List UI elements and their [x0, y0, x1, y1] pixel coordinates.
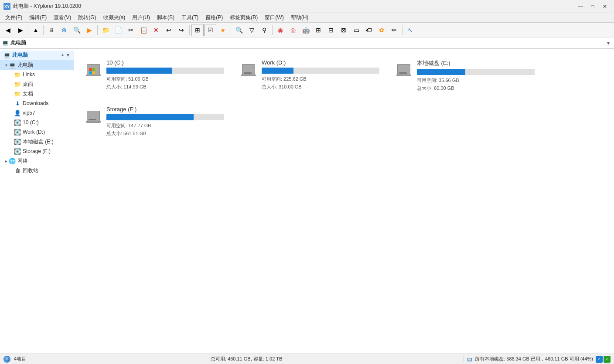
copy-button[interactable]: 📋 — [137, 24, 150, 36]
drive-card-e[interactable]: 本地磁盘 (E:) 可用空间: 35.66 GB 总大小: 60.00 GB — [392, 56, 540, 95]
android-button[interactable]: 🤖 — [300, 24, 312, 36]
redo-button[interactable]: ↪ — [175, 24, 188, 36]
item-icon-documents: 📁 — [14, 90, 21, 97]
sidebar-label-this-pc: 此电脑 — [17, 61, 33, 69]
sidebar-item-drive-e[interactable]: 💽 本地磁盘 (E:) — [0, 137, 74, 146]
menu-window[interactable]: 窗口(W) — [261, 13, 287, 22]
grid-button[interactable]: ⊞ — [312, 24, 324, 36]
back-button[interactable]: ◀ — [2, 24, 14, 36]
menu-help[interactable]: 帮助(H) — [287, 13, 312, 22]
sync-button[interactable]: ⊞ — [191, 24, 204, 36]
forward-button[interactable]: ▶ — [14, 24, 27, 36]
search2-button[interactable]: 🔍 — [233, 24, 245, 36]
delete-button[interactable]: ✕ — [150, 24, 162, 36]
brush-button[interactable]: ✏ — [388, 24, 400, 36]
sidebar-item-this-pc[interactable]: ▾ 💻 此电脑 — [0, 60, 74, 70]
maximize-button[interactable]: □ — [587, 2, 598, 11]
drive-free-f: 可用空间: 147.77 GB — [106, 122, 226, 130]
sidebar-item-documents[interactable]: 📁 文档 — [0, 89, 74, 99]
menu-file[interactable]: 文件(F) — [2, 13, 26, 22]
play-button[interactable]: ▶ — [83, 24, 96, 36]
color-button[interactable]: ✿ — [375, 24, 388, 36]
home-button[interactable]: ⊕ — [58, 24, 70, 36]
menu-tabset[interactable]: 标签页集(B) — [226, 13, 261, 22]
address-dropdown[interactable]: ▾ — [604, 39, 612, 47]
sidebar-label-drive-d: Work (D:) — [23, 129, 45, 135]
filter-button[interactable]: ▽ — [246, 24, 258, 36]
sidebar-more-button[interactable]: ▾ — [66, 52, 70, 58]
content-area: 10 (C:) 可用空间: 51.06 GB 总大小: 114.93 GB — [74, 49, 614, 354]
menu-tools[interactable]: 工具(T) — [178, 13, 202, 22]
drive-bar-f — [106, 114, 194, 120]
target-button[interactable]: ◎ — [287, 24, 299, 36]
menu-favorites[interactable]: 收藏夹(a) — [100, 13, 129, 22]
app-icon: XY — [3, 3, 10, 10]
title-bar: XY 此电脑 - XYplorer 19.10.0200 — □ ✕ — [0, 0, 614, 13]
tag-button[interactable]: 🏷 — [363, 24, 375, 36]
sidebar-item-desktop[interactable]: 📁 桌面 — [0, 79, 74, 89]
drive-icon-d — [240, 59, 257, 77]
expand-icon-this-pc: ▾ — [3, 63, 9, 68]
address-pc-icon: 💻 — [2, 40, 9, 46]
drive-name-f: Storage (F:) — [106, 106, 226, 112]
drive-icon-e — [395, 59, 413, 77]
sidebar-label-drive-f: Storage (F:) — [23, 148, 51, 154]
menu-view[interactable]: 查看(V) — [50, 13, 75, 22]
table-button[interactable]: ⊟ — [325, 24, 337, 36]
drive-info-c: 10 (C:) 可用空间: 51.06 GB 总大小: 114.93 GB — [106, 59, 226, 91]
pie-button[interactable]: ◉ — [274, 24, 287, 36]
sep6 — [272, 25, 273, 35]
minimize-button[interactable]: — — [575, 2, 586, 11]
sidebar-item-downloads[interactable]: ⬇ Downloads — [0, 99, 74, 108]
menu-script[interactable]: 脚本(S) — [154, 13, 178, 22]
sidebar-item-network[interactable]: ▸ 🌐 网络 — [0, 156, 74, 166]
status-right: 🖴 所有本地磁盘: 586.34 GB 已用，460.11 GB 可用 (44%… — [467, 356, 611, 363]
drive-card-c[interactable]: 10 (C:) 可用空间: 51.06 GB 总大小: 114.93 GB — [81, 56, 229, 95]
check-button[interactable]: ☑ — [204, 24, 216, 36]
close-button[interactable]: ✕ — [599, 2, 611, 11]
menu-edit[interactable]: 编辑(E) — [26, 13, 50, 22]
cut-button[interactable]: ✂ — [125, 24, 137, 36]
search-button[interactable]: 🔍 — [71, 24, 83, 36]
columns-button[interactable]: ⊠ — [338, 24, 350, 36]
file-group: 📁 📄 ✂ 📋 ✕ ↩ ↪ — [99, 24, 188, 36]
drive-name-e: 本地磁盘 (E:) — [417, 59, 536, 67]
sidebar-add-button[interactable]: + — [61, 52, 65, 58]
sidebar-label-drive-e: 本地磁盘 (E:) — [23, 138, 54, 146]
address-text[interactable]: 此电脑 — [10, 39, 26, 47]
sidebar-item-recycle[interactable]: 🗑 回收站 — [0, 166, 74, 175]
sidebar-item-drive-d[interactable]: 💽 Work (D:) — [0, 127, 74, 137]
monitor-button[interactable]: 🖥 — [45, 24, 58, 36]
panel-button[interactable]: ▭ — [350, 24, 362, 36]
drive-card-f[interactable]: Storage (F:) 可用空间: 147.77 GB 总大小: 561.51… — [81, 102, 229, 141]
undo-button[interactable]: ↩ — [163, 24, 175, 36]
title-bar-controls: — □ ✕ — [575, 2, 611, 11]
menu-navigate[interactable]: 跳转(G) — [75, 13, 99, 22]
drive-card-d[interactable]: Work (D:) 可用空间: 225.62 GB 总大小: 310.00 GB — [236, 56, 385, 95]
status-total-free: 总可用: 460.11 GB, 容量: 1.02 TB — [211, 356, 282, 361]
status-hdd-summary: 所有本地磁盘: 586.34 GB 已用，460.11 GB 可用 (44%) — [475, 356, 593, 362]
status-ok-blue: ✓ — [596, 356, 603, 363]
sidebar-item-vip57[interactable]: 👤 vip57 — [0, 108, 74, 118]
star-button[interactable]: ★ — [217, 24, 229, 36]
item-icon-desktop: 📁 — [14, 81, 21, 88]
drive-bar-container-f — [106, 114, 224, 120]
item-icon-recycle: 🗑 — [14, 167, 21, 174]
sidebar-item-drive-f[interactable]: 💽 Storage (F:) — [0, 146, 74, 156]
drive-total-f: 总大小: 561.51 GB — [106, 130, 226, 138]
sep2 — [43, 25, 44, 35]
app-title: 此电脑 - XYplorer 19.10.0200 — [13, 3, 81, 10]
menu-user[interactable]: 用户(U) — [129, 13, 154, 22]
cursor-button[interactable]: ↖ — [404, 24, 416, 36]
up-button[interactable]: ▲ — [30, 24, 42, 36]
sidebar-label-network: 网络 — [17, 157, 28, 165]
filter2-button[interactable]: ⚲ — [258, 24, 270, 36]
sidebar-item-links[interactable]: 📁 Links — [0, 70, 74, 79]
menu-pane[interactable]: 窗格(P) — [202, 13, 226, 22]
sidebar-item-drive-c[interactable]: 💽 10 (C:) — [0, 118, 74, 127]
sync-group: ⊞ ☑ ★ — [191, 24, 229, 36]
new-folder-button[interactable]: 📁 — [99, 24, 112, 36]
new-file-button[interactable]: 📄 — [112, 24, 124, 36]
sidebar-label-downloads: Downloads — [23, 100, 48, 106]
sidebar-label-vip57: vip57 — [23, 110, 35, 116]
